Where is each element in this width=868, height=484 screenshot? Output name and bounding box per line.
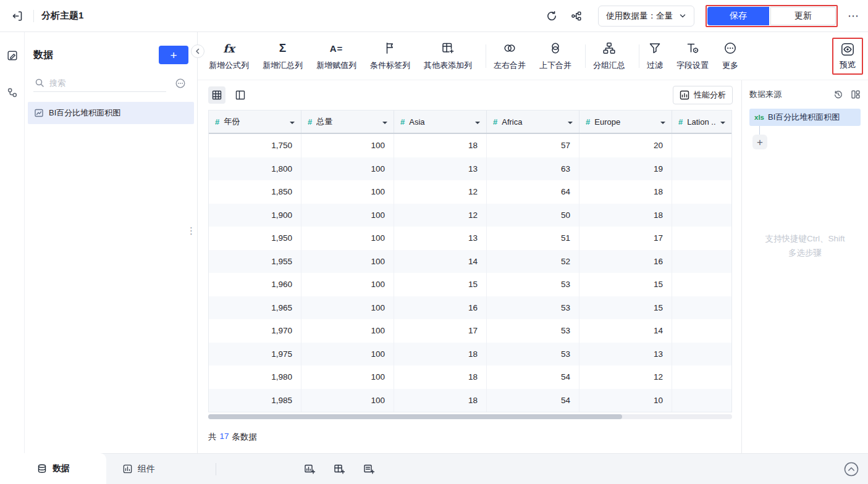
- layout-panels-icon: [851, 90, 861, 99]
- toolbar-item-filter[interactable]: 过滤: [647, 41, 663, 71]
- column-header[interactable]: #总量: [301, 111, 394, 133]
- tab-components[interactable]: 组件: [115, 464, 162, 475]
- more-options-button[interactable]: ⋯: [848, 9, 859, 23]
- scrollbar-thumb[interactable]: [208, 414, 622, 419]
- column-dropdown-icon[interactable]: [720, 122, 725, 127]
- toolbar-item-add-column-from-table[interactable]: 其他表添加列: [424, 41, 472, 71]
- table-plus-icon: [441, 41, 455, 56]
- add-card-component-button[interactable]: [361, 461, 377, 477]
- collapse-bottom-panel-button[interactable]: [843, 461, 859, 477]
- step-connector-line: [759, 126, 760, 135]
- table-cell: 51: [487, 227, 579, 250]
- table-cell: 15: [579, 273, 672, 296]
- column-header[interactable]: #年份: [209, 111, 301, 133]
- numeric-field-icon: #: [400, 117, 405, 127]
- tab-data[interactable]: 数据: [0, 453, 106, 484]
- sidebar-title: 数据: [33, 49, 53, 62]
- table-cell: 54: [487, 389, 579, 412]
- source-step-item[interactable]: xls BI百分比堆积面积图: [749, 109, 861, 126]
- toolbar-item-group-summary[interactable]: 分组汇总: [593, 41, 625, 71]
- search-input[interactable]: [49, 78, 165, 88]
- toolbar-item-new-summary-column[interactable]: Σ 新增汇总列: [263, 41, 303, 71]
- annotation-box-save-update: 保存 更新: [706, 5, 838, 27]
- add-step-button[interactable]: +: [752, 135, 767, 149]
- update-button[interactable]: 更新: [770, 7, 836, 25]
- sigma-icon: Σ: [279, 41, 286, 56]
- preview-button[interactable]: 预览: [832, 38, 863, 75]
- dataset-list-item[interactable]: BI百分比堆积面积图: [28, 102, 194, 124]
- table-header-row: #年份#总量#Asia#Africa#Europe#Lation ..: [209, 111, 731, 134]
- toolbar-item-condition-tag-column[interactable]: 条件标签列: [370, 41, 410, 71]
- column-header[interactable]: #Lation ..: [672, 111, 731, 133]
- table-cell: 100: [301, 319, 394, 343]
- table-cell: 18: [394, 389, 487, 412]
- table-cell: 1,970: [209, 319, 301, 343]
- column-dropdown-icon[interactable]: [660, 122, 665, 127]
- save-button[interactable]: 保存: [707, 7, 769, 25]
- table-row[interactable]: 1,970100175314: [209, 319, 731, 343]
- grid-view-toggle[interactable]: [208, 86, 225, 104]
- history-button[interactable]: [833, 90, 843, 99]
- column-view-toggle[interactable]: [232, 86, 249, 104]
- search-box[interactable]: [33, 74, 166, 92]
- table-cell: 18: [394, 134, 487, 157]
- divider: [216, 463, 216, 475]
- column-header[interactable]: #Asia: [394, 111, 487, 133]
- table-row[interactable]: 1,750100185720: [209, 134, 731, 157]
- column-header-label: Europe: [594, 117, 656, 127]
- add-table-component-button[interactable]: [331, 461, 347, 477]
- panel-resize-handle[interactable]: ⋮: [187, 226, 196, 235]
- table-cell: [672, 134, 731, 157]
- table-cell: 53: [487, 319, 579, 343]
- table-row[interactable]: 1,960100155315: [209, 273, 731, 296]
- history-icon: [833, 90, 843, 99]
- column-dropdown-icon[interactable]: [475, 122, 480, 127]
- table-cell: 12: [579, 365, 672, 389]
- column-dropdown-icon[interactable]: [382, 122, 387, 127]
- column-dropdown-icon[interactable]: [568, 122, 573, 127]
- edit-panel-button[interactable]: [4, 47, 21, 64]
- data-usage-select[interactable]: 使用数据量：全量: [598, 6, 694, 27]
- toolbar-item-field-settings[interactable]: 字段设置: [676, 41, 709, 71]
- table-row[interactable]: 1,955100145216: [209, 250, 731, 273]
- table-row[interactable]: 1,965100165315: [209, 296, 731, 320]
- table-row[interactable]: 1,980100185412: [209, 365, 731, 389]
- data-sidebar: 数据 +: [25, 32, 198, 453]
- layout-switch-button[interactable]: [851, 90, 861, 99]
- table-row[interactable]: 1,950100135117: [209, 227, 731, 250]
- numeric-field-icon: #: [308, 117, 312, 127]
- toolbar-item-new-assign-column[interactable]: A= 新增赋值列: [316, 41, 356, 71]
- row-count: 共 17 条数据: [208, 432, 733, 443]
- table-cell: 15: [579, 296, 672, 320]
- table-row[interactable]: 1,985100185410: [209, 389, 731, 412]
- table-cell: [672, 157, 731, 181]
- numeric-field-icon: #: [678, 117, 683, 127]
- lineage-button[interactable]: [568, 8, 584, 24]
- add-chart-component-button[interactable]: [301, 461, 318, 477]
- column-header[interactable]: #Africa: [487, 111, 579, 133]
- table-cell: 13: [394, 157, 487, 181]
- page-title: 分析主题1: [41, 10, 83, 22]
- toolbar-item-join-left-right[interactable]: 左右合并: [494, 41, 526, 71]
- table-body: 1,7501001857201,8001001363191,8501001264…: [209, 134, 731, 412]
- toolbar-item-union-top-bottom[interactable]: 上下合并: [539, 41, 571, 71]
- bottom-bar: 数据 组件: [0, 453, 868, 484]
- table-row[interactable]: 1,800100136319: [209, 157, 731, 181]
- table-cell: 1,900: [209, 204, 301, 227]
- column-header[interactable]: #Europe: [579, 111, 672, 133]
- add-dataset-button[interactable]: +: [159, 46, 188, 64]
- exit-button[interactable]: [9, 7, 26, 25]
- table-row[interactable]: 1,850100126418: [209, 180, 731, 204]
- table-row[interactable]: 1,975100185313: [209, 343, 731, 366]
- toolbar-item-new-formula-column[interactable]: fx 新增公式列: [209, 41, 249, 71]
- column-dropdown-icon[interactable]: [290, 122, 295, 127]
- performance-analysis-button[interactable]: 性能分析: [673, 86, 733, 104]
- refresh-button[interactable]: [544, 8, 560, 24]
- toolbar-item-more[interactable]: 更多: [722, 41, 738, 71]
- table-row[interactable]: 1,900100125018: [209, 204, 731, 227]
- relation-panel-button[interactable]: [4, 84, 21, 101]
- table-cell: [672, 204, 731, 227]
- table-cell: 20: [579, 134, 672, 157]
- collapse-sidebar-button[interactable]: [191, 44, 204, 58]
- search-filter-button[interactable]: [172, 75, 188, 91]
